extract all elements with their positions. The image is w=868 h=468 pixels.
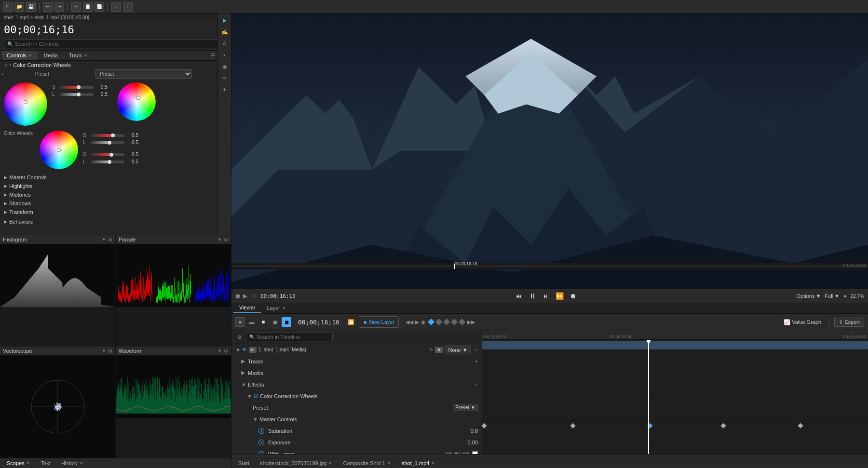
- waveform-settings[interactable]: ⚙: [224, 348, 228, 354]
- bottom-tab-shutterstock[interactable]: shutterstock_307030199.jpg ✕: [255, 458, 337, 468]
- undo-btn[interactable]: ↩: [43, 2, 53, 12]
- preset-select[interactable]: Preset: [95, 69, 192, 79]
- track-expand-ccw[interactable]: ▼: [247, 393, 252, 399]
- bottom-tab-shutterstock-close[interactable]: ✕: [328, 461, 332, 466]
- shadows-header[interactable]: ▶ Shadows: [0, 199, 231, 208]
- kf-sat-2[interactable]: [570, 423, 575, 428]
- behaviors-header[interactable]: ▶ Behaviors +: [0, 216, 231, 227]
- redo-btn[interactable]: ↪: [54, 2, 64, 12]
- kf-sat-4[interactable]: [720, 423, 726, 428]
- tab-text[interactable]: Text: [36, 458, 55, 468]
- kf-sat-5[interactable]: [798, 423, 803, 428]
- tracks-plus[interactable]: +: [475, 359, 478, 364]
- value-graph-btn[interactable]: 📈 Value Graph: [781, 318, 824, 326]
- import-btn[interactable]: ↓: [111, 2, 121, 12]
- track-expand-effects[interactable]: ▼: [241, 382, 246, 388]
- viewer-tab-layer-close[interactable]: ✕: [282, 306, 286, 310]
- bottom-tab-start[interactable]: Start: [233, 458, 254, 468]
- text-icon[interactable]: A: [220, 39, 230, 48]
- track-none-dropdown[interactable]: None ▼: [445, 346, 471, 354]
- transport-icon-1[interactable]: ◼: [235, 293, 240, 299]
- timeline-search-input[interactable]: [257, 334, 329, 340]
- step-back-btn[interactable]: ⏸: [527, 291, 538, 301]
- tl-tool-1[interactable]: ■: [235, 317, 245, 327]
- ccw-effect-checkbox[interactable]: ☑: [254, 393, 258, 399]
- copy-btn[interactable]: 📋: [83, 2, 93, 12]
- viewer-tab-viewer[interactable]: Viewer: [233, 303, 261, 313]
- controls-list-icon[interactable]: ☰: [208, 51, 217, 60]
- shapes-icon[interactable]: ▪: [220, 50, 230, 60]
- midtones-header[interactable]: ▶ Midtones: [0, 190, 231, 199]
- tl-prev-kf[interactable]: ◀◀: [406, 319, 413, 325]
- track-expand-masks[interactable]: ▶: [241, 370, 246, 376]
- tab-history[interactable]: History ✕: [56, 458, 88, 468]
- transport-icon-3[interactable]: ◾: [250, 293, 258, 299]
- kf-type-bezier[interactable]: [435, 319, 442, 325]
- kf-sat-1[interactable]: [482, 423, 487, 428]
- histogram-dropdown[interactable]: ▼: [102, 237, 106, 242]
- vectorscope-dropdown[interactable]: ▼: [102, 348, 106, 353]
- track-expand-mc[interactable]: ▼: [253, 416, 258, 422]
- mask-icon[interactable]: ◉: [220, 62, 230, 71]
- paint-icon[interactable]: ✏: [220, 73, 230, 83]
- kf-type-ease[interactable]: [451, 319, 458, 325]
- timeline-playhead[interactable]: [648, 340, 649, 454]
- tl-next-kf[interactable]: ▶▶: [467, 319, 475, 325]
- cut-btn[interactable]: ✂: [71, 2, 81, 12]
- export-timeline-btn[interactable]: ⇧ Export: [834, 318, 864, 327]
- tab-track-close[interactable]: ✕: [84, 53, 88, 58]
- track-eye-shot1[interactable]: 👁: [242, 347, 247, 352]
- tl-tool-5[interactable]: ◼: [282, 317, 291, 327]
- s-track[interactable]: [60, 86, 94, 89]
- track-expand-tracks[interactable]: ▶: [241, 358, 246, 364]
- ccw-header[interactable]: ✓ • Color Correction Wheels: [0, 61, 231, 69]
- effects-plus[interactable]: +: [475, 382, 478, 388]
- s-track-2[interactable]: [91, 134, 124, 137]
- vectorscope-settings[interactable]: ⚙: [108, 348, 112, 354]
- tab-track[interactable]: Track ✕: [64, 51, 93, 60]
- transport-icon-2[interactable]: ▶: [243, 293, 247, 299]
- export-btn-top[interactable]: ↑: [123, 2, 133, 12]
- viewer-tab-layer[interactable]: Layer ✕: [261, 303, 292, 313]
- histogram-settings[interactable]: ⚙: [108, 237, 112, 242]
- new-layer-btn[interactable]: ● New Layer: [359, 316, 399, 328]
- tab-controls-close[interactable]: ✕: [28, 53, 32, 58]
- track-plus-shot1[interactable]: +: [475, 347, 478, 353]
- highlights-header[interactable]: ▶ Highlights: [0, 182, 231, 190]
- track-edit-shot1[interactable]: ✎: [429, 347, 433, 352]
- save-btn[interactable]: 💾: [26, 2, 36, 12]
- bottom-tab-composite-close[interactable]: ✕: [387, 461, 391, 466]
- tab-history-close[interactable]: ✕: [80, 461, 83, 466]
- l-track-3[interactable]: [91, 160, 124, 163]
- kf-type-hold[interactable]: [443, 319, 450, 325]
- parade-dropdown[interactable]: ▼: [217, 237, 222, 242]
- bezier-icon[interactable]: ✦: [220, 85, 230, 94]
- preset-track-dropdown[interactable]: Preset ▼: [453, 404, 478, 411]
- tl-tool-2[interactable]: ▬: [247, 317, 257, 327]
- tab-scopes[interactable]: Scopes ✕: [2, 458, 35, 468]
- tl-tool-3[interactable]: ◽: [258, 317, 268, 327]
- kf-type-custom[interactable]: [459, 319, 465, 325]
- kf-type-linear[interactable]: [428, 319, 434, 325]
- exposure-anim-icon[interactable]: ●: [258, 440, 264, 445]
- controls-search-input[interactable]: [15, 41, 224, 47]
- tl-next[interactable]: ◉: [421, 319, 426, 325]
- tab-media[interactable]: Media: [39, 51, 63, 60]
- parade-settings[interactable]: ⚙: [224, 237, 228, 242]
- full-dropdown[interactable]: Full ▼: [825, 293, 840, 299]
- loop-btn[interactable]: ⏺: [568, 291, 578, 301]
- tl-filter-icon[interactable]: ⚙: [234, 332, 244, 342]
- cursor-icon[interactable]: ▶: [220, 15, 230, 25]
- bottom-tab-shot1-close[interactable]: ✕: [431, 461, 435, 466]
- new-btn[interactable]: □: [3, 2, 13, 12]
- bottom-tab-composite[interactable]: Composite Shot 1 ✕: [338, 458, 395, 468]
- tl-prev[interactable]: ▶: [415, 319, 419, 325]
- bottom-tab-shot1[interactable]: shot_1.mp4 ✕: [397, 458, 440, 468]
- tab-controls[interactable]: Controls ✕: [2, 51, 38, 60]
- transform-header[interactable]: ▶ Transform: [0, 208, 231, 216]
- saturation-anim-icon[interactable]: ●: [258, 428, 264, 434]
- waveform-dropdown[interactable]: ▼: [217, 348, 222, 353]
- s-track-3[interactable]: [91, 153, 124, 156]
- play-btn[interactable]: ⏯: [541, 291, 551, 301]
- step-fwd-btn[interactable]: ⏩: [554, 291, 565, 301]
